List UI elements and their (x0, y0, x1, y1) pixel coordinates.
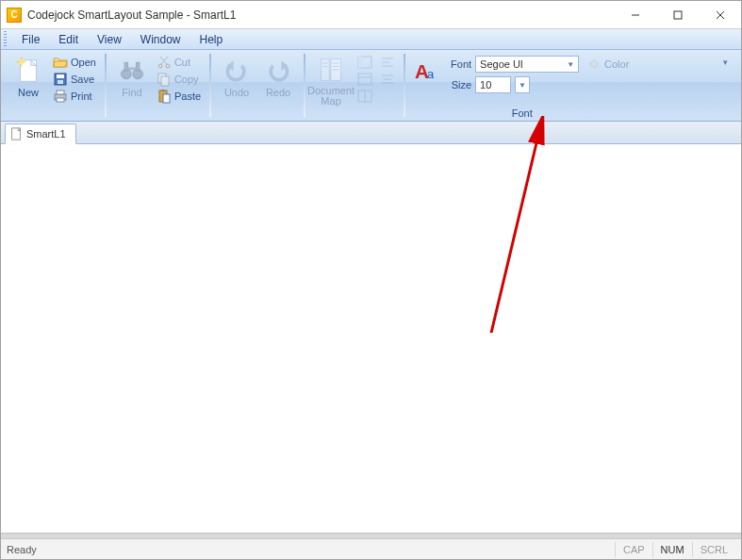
align-center-icon (380, 72, 395, 87)
ribbon-group-undo: Undo Redo (213, 52, 302, 119)
svg-rect-1 (674, 11, 682, 19)
color-button[interactable]: Color (583, 57, 633, 72)
scissors-icon (157, 55, 172, 70)
svg-line-24 (161, 57, 168, 64)
layout-button-2[interactable] (355, 71, 375, 88)
layout-icon (357, 89, 372, 104)
svg-rect-19 (124, 62, 128, 71)
annotation-arrow (453, 116, 567, 352)
copy-button[interactable]: Copy (154, 71, 204, 88)
color-bucket-icon (586, 57, 602, 72)
ribbon-overflow: ▾ (713, 52, 737, 119)
new-file-icon (13, 56, 43, 86)
redo-button[interactable]: Redo (258, 54, 298, 107)
svg-point-22 (158, 64, 162, 68)
maximize-button[interactable] (656, 1, 699, 28)
open-folder-icon (53, 55, 68, 70)
print-button[interactable]: Print (50, 88, 99, 105)
align-button-2[interactable] (377, 71, 398, 88)
binoculars-icon (117, 56, 147, 86)
svg-rect-21 (128, 68, 137, 71)
find-button[interactable]: Find (112, 54, 152, 107)
ribbon-separator (304, 54, 305, 117)
window-title: Codejock SmartLayout Sample - SmartL1 (27, 8, 614, 22)
document-map-icon (316, 56, 346, 84)
svg-text:a: a (427, 67, 435, 81)
save-button[interactable]: Save (50, 71, 99, 88)
application-window: C Codejock SmartLayout Sample - SmartL1 … (0, 0, 742, 560)
paste-button[interactable]: Paste (154, 88, 204, 105)
svg-line-25 (160, 57, 167, 64)
status-scrl: SCRL (692, 542, 735, 557)
ribbon-group-file: New Open Save (5, 52, 103, 119)
document-icon (9, 127, 23, 140)
title-bar: C Codejock SmartLayout Sample - SmartL1 (1, 1, 741, 29)
new-button[interactable]: New (8, 54, 48, 107)
align-left-icon (380, 55, 395, 70)
ribbon-separator (105, 54, 107, 117)
svg-rect-13 (58, 80, 63, 84)
svg-rect-15 (57, 91, 64, 94)
ribbon-group-edit: Find Cut Copy (108, 52, 207, 119)
copy-icon (157, 72, 172, 87)
svg-rect-33 (322, 59, 330, 81)
ribbon-separator (209, 54, 211, 117)
status-cap: CAP (615, 542, 652, 557)
svg-rect-20 (136, 62, 140, 71)
printer-icon (53, 89, 68, 104)
menu-edit[interactable]: Edit (49, 29, 88, 49)
font-style-button[interactable]: Aa (411, 54, 443, 107)
svg-line-57 (491, 127, 540, 333)
chevron-down-icon: ▼ (565, 60, 576, 69)
layout-button-3[interactable] (355, 88, 375, 105)
document-tab[interactable]: SmartL1 (5, 124, 76, 144)
layout-icon (357, 55, 372, 70)
font-group-label: Font (411, 107, 633, 120)
ribbon-options-button[interactable]: ▾ (718, 56, 732, 69)
svg-rect-12 (57, 74, 64, 78)
svg-rect-27 (161, 76, 169, 86)
svg-rect-42 (358, 74, 371, 85)
font-name-label: Font (445, 58, 471, 70)
svg-rect-41 (358, 57, 363, 68)
cut-button[interactable]: Cut (154, 54, 204, 71)
chevron-down-icon: ▼ (517, 81, 528, 90)
svg-point-23 (166, 64, 170, 68)
svg-rect-16 (57, 98, 64, 102)
undo-button[interactable]: Undo (217, 54, 256, 107)
font-size-combo[interactable]: 10 (475, 76, 511, 93)
layout-button-1[interactable] (355, 54, 375, 71)
open-button[interactable]: Open (50, 54, 99, 71)
font-aa-icon: Aa (412, 56, 442, 86)
document-map-button[interactable]: Document Map (311, 54, 351, 107)
svg-point-54 (597, 66, 601, 70)
status-bar: Ready CAP NUM SCRL (1, 538, 741, 559)
undo-arrow-icon (222, 56, 252, 86)
minimize-button[interactable] (614, 1, 656, 28)
ribbon-group-font: Aa Font Segoe UI ▼ C (407, 52, 636, 119)
close-button[interactable] (699, 1, 741, 28)
document-tab-label: SmartL1 (26, 128, 66, 140)
ribbon-toolbar: New Open Save (1, 50, 741, 122)
font-size-dropdown[interactable]: ▼ (515, 76, 530, 93)
document-area[interactable] (1, 144, 741, 533)
font-name-combo[interactable]: Segoe UI ▼ (475, 56, 579, 73)
ribbon-separator (404, 54, 405, 117)
menu-file[interactable]: File (12, 29, 49, 49)
menu-bar: File Edit View Window Help (1, 29, 741, 50)
status-ready: Ready (7, 544, 615, 555)
menu-view[interactable]: View (88, 29, 131, 49)
app-icon: C (7, 8, 22, 23)
ribbon-group-view: Document Map (307, 52, 402, 119)
save-disk-icon (53, 72, 68, 87)
redo-arrow-icon (263, 56, 293, 86)
svg-rect-29 (161, 90, 165, 91)
layout-icon (357, 72, 372, 87)
align-button-1[interactable] (377, 54, 398, 71)
menu-window[interactable]: Window (131, 29, 190, 49)
font-size-label: Size (445, 79, 471, 91)
window-controls (614, 1, 741, 28)
menu-help[interactable]: Help (190, 29, 233, 49)
clipboard-paste-icon (157, 89, 172, 104)
svg-rect-30 (163, 94, 170, 103)
